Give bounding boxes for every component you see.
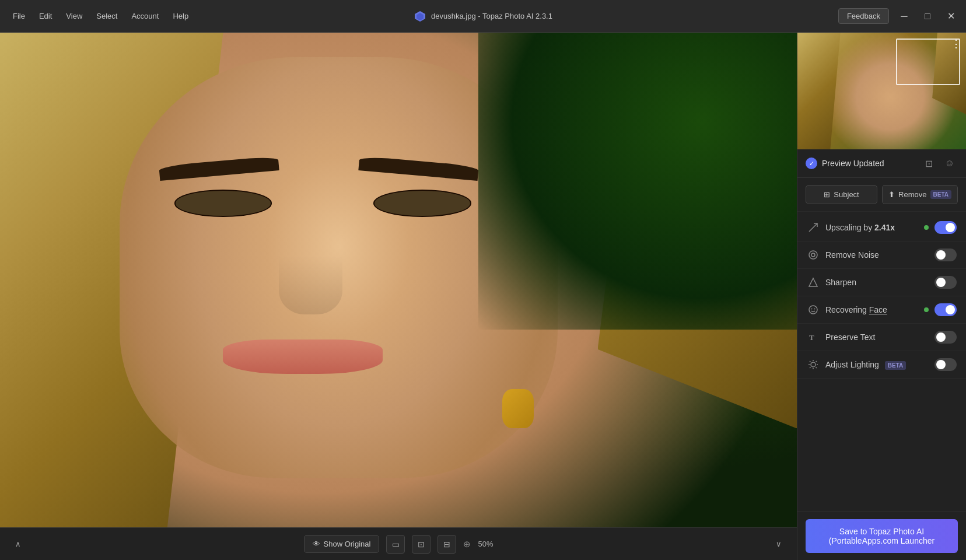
feedback-button[interactable]: Feedback <box>838 8 889 24</box>
earring <box>502 389 534 429</box>
image-canvas[interactable] <box>0 33 797 527</box>
upscaling-label: Upscaling by 2.41x <box>825 223 918 232</box>
thumbnail-menu-button[interactable]: ⋮ <box>951 37 961 50</box>
remove-noise-icon <box>807 249 820 261</box>
svg-line-18 <box>810 368 811 369</box>
adjust-lighting-icon <box>807 358 820 371</box>
preserve-text-toggle[interactable] <box>935 331 957 344</box>
menu-account[interactable]: Account <box>125 8 164 24</box>
svg-point-3 <box>809 251 817 259</box>
canvas-toolbar: ∧ 👁 Show Original ▭ ⊡ ⊟ ⊕ 50% <box>0 527 797 560</box>
menu-view[interactable]: View <box>60 8 88 24</box>
preview-action-buttons: ⊡ ☺ <box>921 155 958 172</box>
toolbar-left: ∧ <box>9 536 27 552</box>
svg-line-16 <box>816 368 817 369</box>
preview-check-icon: ✓ <box>806 158 817 169</box>
svg-point-8 <box>814 309 816 310</box>
titlebar: File Edit View Select Account Help devus… <box>0 0 966 33</box>
preserve-text-icon: T <box>807 331 820 344</box>
zoom-icon: ⊕ <box>463 539 471 550</box>
topaz-logo-icon <box>414 10 426 23</box>
tool-remove-noise[interactable]: Remove Noise <box>797 242 966 269</box>
minimize-button[interactable]: ─ <box>896 8 912 24</box>
menu-select[interactable]: Select <box>90 8 123 24</box>
menu-edit[interactable]: Edit <box>33 8 58 24</box>
show-original-label: Show Original <box>324 540 371 548</box>
tool-sharpen[interactable]: Sharpen <box>797 269 966 296</box>
menu-file[interactable]: File <box>7 8 31 24</box>
adjust-lighting-beta-badge: BETA <box>885 361 906 370</box>
subject-button[interactable]: ⊞ Subject <box>806 185 877 204</box>
close-button[interactable]: ✕ <box>943 8 959 24</box>
title-text: devushka.jpg - Topaz Photo AI 2.3.1 <box>431 12 552 20</box>
svg-point-4 <box>811 253 815 257</box>
upscaling-toggle[interactable] <box>935 221 957 234</box>
titlebar-controls: Feedback ─ □ ✕ <box>838 8 959 24</box>
upscaling-active-dot <box>924 225 929 230</box>
remove-noise-toggle[interactable] <box>935 249 957 261</box>
tool-upscaling[interactable]: Upscaling by 2.41x <box>797 214 966 242</box>
recovering-face-label: Recovering Face <box>825 305 918 314</box>
compare-icon: ☺ <box>945 158 954 169</box>
preserve-text-label: Preserve Text <box>825 332 929 342</box>
expand-button[interactable]: ∨ <box>770 536 788 552</box>
sharpen-icon <box>807 276 820 289</box>
remove-beta-badge: BETA <box>930 190 951 199</box>
remove-button[interactable]: ⬆ Remove BETA <box>882 185 958 204</box>
subject-icon: ⊞ <box>824 190 830 199</box>
svg-point-10 <box>811 362 816 367</box>
svg-marker-5 <box>809 278 817 286</box>
crop-button[interactable]: ⊡ <box>921 155 937 172</box>
svg-point-6 <box>809 306 817 314</box>
recovering-face-dot <box>924 307 929 312</box>
preview-bar: ✓ Preview Updated ⊡ ☺ <box>797 149 966 178</box>
sharpen-label: Sharpen <box>825 278 929 287</box>
collapse-icon: ∧ <box>15 540 21 548</box>
view-split-button[interactable]: ⊡ <box>412 535 430 554</box>
svg-text:T: T <box>809 333 814 342</box>
view-compare-icon: ⊟ <box>443 540 450 549</box>
expand-icon: ∨ <box>776 540 782 548</box>
eye-left <box>176 191 271 215</box>
menu-help[interactable]: Help <box>167 8 194 24</box>
zoom-level: 50% <box>478 540 493 548</box>
tools-list: Upscaling by 2.41x Remove Noise <box>797 212 966 512</box>
main-layout: ∧ 👁 Show Original ▭ ⊡ ⊟ ⊕ 50% <box>0 33 966 560</box>
nose <box>279 256 342 315</box>
right-panel: ⋮ ✓ Preview Updated ⊡ ☺ ⊞ Subject ⬆ <box>797 33 966 560</box>
remove-label: Remove <box>898 190 926 199</box>
show-original-button[interactable]: 👁 Show Original <box>304 535 380 553</box>
remove-icon: ⬆ <box>888 190 895 199</box>
thumbnail-section: ⋮ <box>797 33 966 149</box>
view-compare-button[interactable]: ⊟ <box>438 535 456 554</box>
crop-icon: ⊡ <box>925 158 933 169</box>
eye-icon: 👁 <box>313 540 320 548</box>
action-row: ⊞ Subject ⬆ Remove BETA <box>797 178 966 212</box>
svg-point-7 <box>811 309 813 310</box>
tool-recovering-face[interactable]: Recovering Face <box>797 296 966 324</box>
compare-button[interactable]: ☺ <box>942 155 958 172</box>
sharpen-toggle[interactable] <box>935 276 957 289</box>
svg-line-2 <box>809 223 817 232</box>
recovering-face-icon <box>807 303 820 316</box>
lips <box>223 340 382 374</box>
adjust-lighting-toggle[interactable] <box>935 358 957 371</box>
toolbar-center: 👁 Show Original ▭ ⊡ ⊟ ⊕ 50% <box>34 535 763 554</box>
window-title: devushka.jpg - Topaz Photo AI 2.3.1 <box>414 10 552 23</box>
svg-line-15 <box>810 361 811 362</box>
tool-adjust-lighting[interactable]: Adjust Lighting BETA <box>797 351 966 379</box>
eye-right <box>374 191 470 215</box>
recovering-face-toggle[interactable] <box>935 303 957 316</box>
maximize-button[interactable]: □ <box>919 8 936 24</box>
view-split-icon: ⊡ <box>418 540 425 549</box>
svg-line-17 <box>816 361 817 362</box>
view-single-button[interactable]: ▭ <box>386 535 405 554</box>
collapse-button[interactable]: ∧ <box>9 536 27 552</box>
adjust-lighting-label: Adjust Lighting BETA <box>825 360 929 369</box>
remove-noise-label: Remove Noise <box>825 250 929 260</box>
upscaling-icon <box>807 221 820 234</box>
save-button[interactable]: Save to Topaz Photo AI (PortableApps.com… <box>806 519 958 553</box>
canvas-area[interactable]: ∧ 👁 Show Original ▭ ⊡ ⊟ ⊕ 50% <box>0 33 797 560</box>
toolbar-right: ∨ <box>770 536 788 552</box>
tool-preserve-text[interactable]: T Preserve Text <box>797 324 966 351</box>
